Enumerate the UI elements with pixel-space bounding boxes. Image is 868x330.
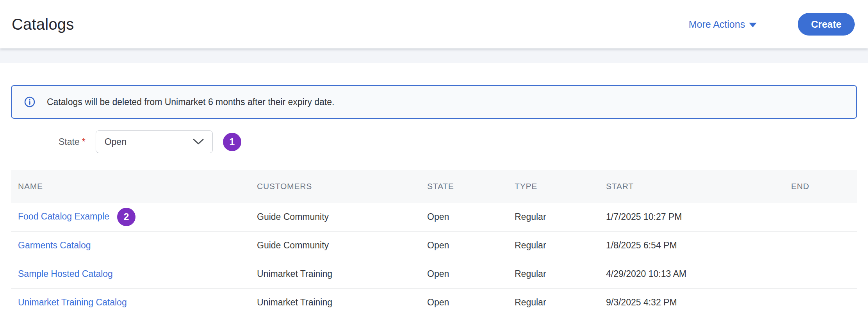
state-select-value: Open [105,137,127,147]
cell-end [784,288,857,317]
catalog-link[interactable]: Unimarket Training Catalog [18,297,127,307]
annotation-badge-1: 1 [223,133,241,151]
column-header-type: TYPE [508,170,599,203]
app-header: Catalogs More Actions Create [0,0,868,48]
cell-start: 4/29/2020 10:13 AM [599,260,784,288]
cell-name: Food Catalog Example2 [11,203,250,231]
cell-state: Open [420,260,508,288]
annotation-badge-2: 2 [117,208,135,226]
more-actions-label: More Actions [689,19,745,30]
cell-start: 1/8/2025 6:54 PM [599,231,784,260]
info-banner: Catalogs will be deleted from Unimarket … [11,85,857,119]
cell-customers: Unimarket Training [250,288,420,317]
content-area: Catalogs will be deleted from Unimarket … [0,85,868,317]
page-title: Catalogs [12,16,74,33]
cell-state: Open [420,231,508,260]
cell-type: Regular [508,260,599,288]
cell-type: Regular [508,231,599,260]
table-header: NAME CUSTOMERS STATE TYPE START END [11,170,857,203]
cell-customers: Guide Community [250,203,420,231]
column-header-start: START [599,170,784,203]
more-actions-button[interactable]: More Actions [689,19,757,30]
state-select[interactable]: Open [96,130,213,153]
column-header-state: STATE [420,170,508,203]
column-header-customers: CUSTOMERS [250,170,420,203]
state-filter-label: State [59,137,80,147]
catalog-link[interactable]: Food Catalog Example [18,211,109,221]
cell-name: Unimarket Training Catalog [11,288,250,317]
cell-type: Regular [508,288,599,317]
state-filter-row: State * Open 1 [11,130,857,153]
column-header-name: NAME [11,170,250,203]
caret-down-icon [749,23,757,27]
create-button[interactable]: Create [798,13,855,36]
cell-start: 9/3/2025 4:32 PM [599,288,784,317]
table-row: Garments Catalog Guide Community Open Re… [11,231,857,260]
cell-end [784,260,857,288]
table-row: Food Catalog Example2 Guide Community Op… [11,203,857,231]
cell-end [784,203,857,231]
column-header-end: END [784,170,857,203]
header-actions: More Actions Create [689,13,855,36]
table-row: Unimarket Training Catalog Unimarket Tra… [11,288,857,317]
info-banner-text: Catalogs will be deleted from Unimarket … [47,97,334,107]
cell-name: Garments Catalog [11,231,250,260]
cell-type: Regular [508,203,599,231]
catalogs-table: NAME CUSTOMERS STATE TYPE START END Food… [11,170,857,317]
required-asterisk: * [82,137,86,147]
cell-customers: Unimarket Training [250,260,420,288]
chevron-down-icon [193,139,204,145]
catalog-link[interactable]: Sample Hosted Catalog [18,269,113,279]
cell-customers: Guide Community [250,231,420,260]
cell-state: Open [420,203,508,231]
catalog-link[interactable]: Garments Catalog [18,240,91,250]
sub-header-band [0,48,868,63]
info-icon [24,96,35,107]
cell-state: Open [420,288,508,317]
table-header-row: NAME CUSTOMERS STATE TYPE START END [11,170,857,203]
cell-end [784,231,857,260]
table-row: Sample Hosted Catalog Unimarket Training… [11,260,857,288]
cell-start: 1/7/2025 10:27 PM [599,203,784,231]
cell-name: Sample Hosted Catalog [11,260,250,288]
